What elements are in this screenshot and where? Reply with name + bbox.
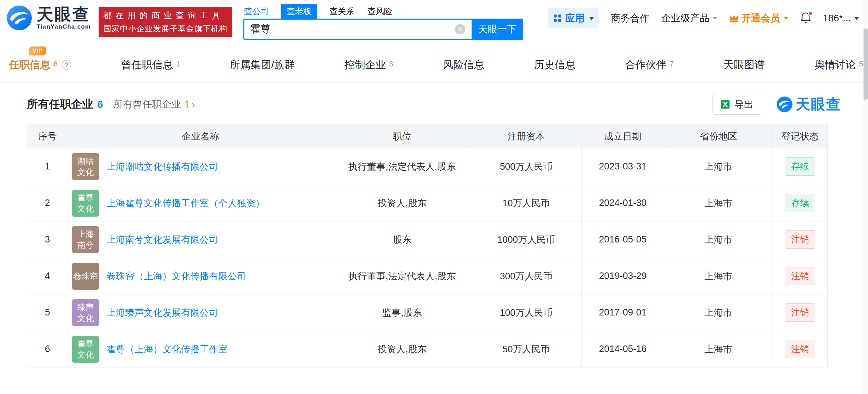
chevron-down-icon <box>713 17 717 20</box>
scrollbar-thumb[interactable] <box>864 28 868 100</box>
position-cell: 股东 <box>333 221 471 258</box>
tab-label: 历史信息 <box>534 58 575 72</box>
tianyancha-logo-icon <box>6 5 32 31</box>
company-cell: 上海 南兮 上海南兮文化发展有限公司 <box>68 221 333 258</box>
status-cell: 注销 <box>773 258 828 294</box>
tab-employment-info[interactable]: VIP 任职信息 6 ? <box>9 58 71 72</box>
enterprise-products-label: 企业级产品 <box>661 12 709 25</box>
search-input[interactable] <box>243 19 472 40</box>
header-registration-status: 登记状态 <box>773 124 828 148</box>
founded-cell: 2024-01-30 <box>582 185 664 221</box>
tab-label: 天眼图谱 <box>724 58 765 72</box>
scrollbar[interactable] <box>863 0 868 394</box>
top-header: 天眼查 TianYanCha.com 都在用的商业查询工具 国家中小企业发展子基… <box>0 0 868 42</box>
status-badge: 存续 <box>785 194 815 212</box>
help-icon[interactable]: ? <box>62 60 71 70</box>
position-cell: 投资人,股东 <box>333 331 471 367</box>
founded-cell: 2017-09-01 <box>582 294 664 331</box>
tab-public-opinion[interactable]: 舆情讨论 5 <box>815 58 863 72</box>
tianyancha-watermark: 天眼查 <box>776 95 841 114</box>
serial-cell: 2 <box>27 185 68 221</box>
tab-group-cluster[interactable]: 所属集团/族群 <box>230 58 295 72</box>
company-cell: 卷珠帘 卷珠帘（上海）文化传播有限公司 <box>68 258 333 294</box>
search-row: ✕ 天眼一下 <box>243 19 523 40</box>
search-tab-relation[interactable]: 查关系 <box>329 4 355 18</box>
header-founded-date: 成立日期 <box>582 124 664 148</box>
serial-cell: 6 <box>27 331 68 367</box>
clear-icon[interactable]: ✕ <box>455 24 465 34</box>
serial-cell: 1 <box>27 148 68 185</box>
tab-graph[interactable]: 天眼图谱 <box>724 58 765 72</box>
tab-controlled-companies[interactable]: 控制企业 3 <box>344 58 393 72</box>
tab-partners[interactable]: 合作伙伴 7 <box>625 58 674 72</box>
company-link[interactable]: 上海臻声文化发展有限公司 <box>107 307 218 319</box>
apps-grid-icon <box>553 14 562 23</box>
tab-history-info[interactable]: 历史信息 <box>534 58 575 72</box>
tianyancha-logo[interactable]: 天眼查 TianYanCha.com <box>6 5 91 31</box>
tab-count: 3 <box>389 60 393 69</box>
tab-label: 合作伙伴 <box>625 58 666 72</box>
tab-risk-info[interactable]: 风险信息 <box>443 58 484 72</box>
export-label: 导出 <box>735 98 753 111</box>
search-tab-risk[interactable]: 查风险 <box>367 4 393 18</box>
founded-cell: 2019-03-29 <box>582 258 664 294</box>
crown-icon <box>729 14 739 23</box>
status-badge: 注销 <box>785 303 815 322</box>
menu-business-cooperation[interactable]: 商务合作 <box>611 12 649 25</box>
tab-label: 风险信息 <box>443 58 484 72</box>
business-cooperation-label: 商务合作 <box>611 12 649 25</box>
header-company-name: 企业名称 <box>68 124 333 148</box>
region-cell: 上海市 <box>664 331 773 367</box>
search-input-wrap: ✕ <box>243 19 472 40</box>
company-link[interactable]: 上海南兮文化发展有限公司 <box>107 234 218 246</box>
company-link[interactable]: 霍尊（上海）文化传播工作室 <box>107 343 228 355</box>
company-link[interactable]: 上海霍尊文化传播工作室（个人独资） <box>107 197 265 209</box>
region-cell: 上海市 <box>664 294 773 331</box>
menu-account-phone[interactable]: 186*... <box>823 13 859 24</box>
table-row: 3 上海 南兮 上海南兮文化发展有限公司 股东 1000万人民币 2016-05… <box>27 221 828 258</box>
capital-cell: 10万人民币 <box>471 185 582 221</box>
founded-cell: 2023-03-31 <box>582 148 664 185</box>
company-link[interactable]: 卷珠帘（上海）文化传播有限公司 <box>107 270 246 282</box>
company-cell: 潮咕 文化 上海潮咕文化传播有限公司 <box>68 148 333 185</box>
table-row: 1 潮咕 文化 上海潮咕文化传播有限公司 执行董事,法定代表人,股东 500万人… <box>27 148 828 185</box>
company-avatar: 卷珠帘 <box>72 263 99 290</box>
former-companies-link[interactable]: 所有曾任职企业 1 › <box>113 98 195 111</box>
tab-former-employment[interactable]: 曾任职信息 1 <box>121 58 180 72</box>
promo-banner[interactable]: 都在用的商业查询工具 国家中小企业发展子基金旗下机构 <box>99 7 232 37</box>
main-content: 所有任职企业 6 所有曾任职企业 1 › 导出 <box>0 94 868 367</box>
header-region: 省份地区 <box>664 124 773 148</box>
export-button[interactable]: 导出 <box>712 94 761 115</box>
logo-text: 天眼查 TianYanCha.com <box>37 6 91 31</box>
header-position: 职位 <box>333 124 471 148</box>
employment-table: 序号 企业名称 职位 注册资本 成立日期 省份地区 登记状态 1 潮咕 文化 上… <box>27 124 828 367</box>
search-button[interactable]: 天眼一下 <box>472 19 523 40</box>
tab-count: 5 <box>859 60 863 69</box>
section-actions: 导出 天眼查 <box>712 94 841 115</box>
capital-cell: 100万人民币 <box>471 294 582 331</box>
menu-open-vip[interactable]: 开通会员 <box>729 12 788 25</box>
open-vip-label: 开通会员 <box>741 12 780 25</box>
section-title: 所有任职企业 <box>27 97 93 112</box>
chevron-down-icon <box>589 17 594 20</box>
notification-dot <box>808 11 813 16</box>
position-cell: 监事,股东 <box>333 294 471 331</box>
account-phone-label: 186*... <box>823 13 851 24</box>
apps-menu[interactable]: 应用 <box>548 8 599 28</box>
logo-domain: TianYanCha.com <box>37 23 91 30</box>
menu-enterprise-products[interactable]: 企业级产品 <box>661 12 717 25</box>
region-cell: 上海市 <box>664 148 773 185</box>
former-companies-count: 1 <box>184 99 190 110</box>
section-title-count: 6 <box>97 98 103 110</box>
company-link[interactable]: 上海潮咕文化传播有限公司 <box>107 160 218 173</box>
excel-icon <box>720 99 730 110</box>
header-serial: 序号 <box>27 124 68 148</box>
chevron-right-icon: › <box>191 99 195 110</box>
serial-cell: 3 <box>27 221 68 258</box>
table-header-row: 序号 企业名称 职位 注册资本 成立日期 省份地区 登记状态 <box>27 124 828 148</box>
search-tab-company[interactable]: 查公司 <box>243 4 270 18</box>
search-tab-boss[interactable]: 查老板 <box>281 4 317 19</box>
notification-bell[interactable] <box>800 12 811 26</box>
table-row: 5 臻声 文化 上海臻声文化发展有限公司 监事,股东 100万人民币 2017-… <box>27 294 828 331</box>
vip-badge: VIP <box>29 46 46 55</box>
